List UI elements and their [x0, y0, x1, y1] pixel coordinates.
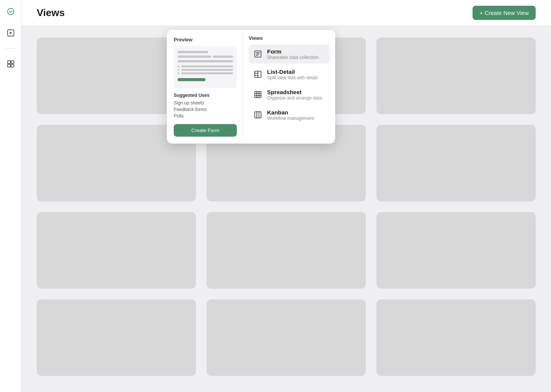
view-item-kanban[interactable]: Kanban Workflow management.: [249, 106, 330, 124]
kanban-view-desc: Workflow management.: [267, 116, 315, 121]
back-icon[interactable]: [4, 26, 18, 40]
form-icon: [253, 49, 263, 59]
mock-submit-btn: [178, 78, 205, 81]
create-new-view-button[interactable]: + Create New View: [473, 6, 536, 20]
svg-rect-2: [7, 61, 10, 64]
spreadsheet-view-desc: Organize and arrange data.: [267, 95, 323, 101]
layout-icon[interactable]: [4, 57, 18, 71]
views-panel-label: Views: [249, 35, 330, 41]
mock-bullet-3: [178, 72, 233, 74]
kanban-icon: [253, 109, 263, 120]
spreadsheet-view-text: Spreadsheet Organize and arrange data.: [267, 89, 323, 101]
view-item-spreadsheet[interactable]: Spreadsheet Organize and arrange data.: [249, 85, 330, 104]
content-area: Preview: [21, 26, 551, 392]
grid-card-12[interactable]: [377, 299, 536, 376]
spreadsheet-view-name: Spreadsheet: [267, 89, 323, 95]
mock-bullet-1: [178, 65, 233, 67]
mock-line-1: [178, 51, 208, 53]
list-detail-view-text: List-Detail Split view lists with detail…: [267, 69, 319, 80]
preview-panel: Preview: [167, 30, 243, 144]
suggested-use-item-2: Feedback forms: [174, 107, 237, 112]
form-view-desc: Shareable data collection.: [267, 55, 320, 60]
grid-card-10[interactable]: [37, 299, 196, 376]
grid-card-9[interactable]: [377, 212, 536, 289]
spreadsheet-icon: [253, 89, 263, 100]
grid-card-8[interactable]: [207, 212, 366, 289]
mock-line-group-1: [178, 56, 233, 58]
grid-card-3[interactable]: [377, 38, 536, 114]
svg-rect-3: [11, 61, 13, 64]
main-area: Views + Create New View Preview: [21, 0, 551, 392]
view-item-list-detail[interactable]: List-Detail Split view lists with detail…: [249, 65, 330, 84]
suggested-use-item-3: Polls: [174, 113, 237, 119]
sidebar: [0, 0, 21, 392]
grid-card-11[interactable]: [207, 299, 366, 376]
svg-rect-5: [11, 64, 13, 67]
view-item-form[interactable]: Form Shareable data collection.: [249, 45, 330, 64]
svg-rect-4: [7, 64, 10, 67]
svg-rect-19: [255, 112, 261, 118]
form-view-text: Form Shareable data collection.: [267, 48, 320, 60]
mock-line-3: [213, 56, 233, 58]
suggested-use-item-1: Sign up sheets: [174, 100, 237, 106]
views-panel: Views Form Shareable data collection.: [243, 30, 335, 144]
create-view-dropdown: Preview: [167, 30, 335, 144]
suggested-uses-list: Sign up sheets Feedback forms Polls: [174, 100, 237, 119]
list-detail-icon: [253, 69, 263, 80]
sidebar-divider: [5, 48, 16, 49]
mock-bullets: [178, 65, 233, 74]
mock-line-2: [178, 56, 211, 58]
grid-card-7[interactable]: [37, 212, 196, 289]
mock-bullet-2: [178, 69, 233, 71]
kanban-view-text: Kanban Workflow management.: [267, 109, 315, 121]
list-detail-view-desc: Split view lists with detail.: [267, 75, 319, 80]
preview-label: Preview: [174, 37, 237, 42]
svg-rect-14: [255, 91, 261, 98]
svg-point-0: [7, 8, 14, 15]
header: Views + Create New View: [21, 0, 551, 26]
grid-card-6[interactable]: [377, 125, 536, 201]
create-form-button[interactable]: Create Form: [174, 124, 237, 137]
page-title: Views: [37, 7, 65, 19]
suggested-uses-label: Suggested Uses: [174, 93, 237, 98]
kanban-view-name: Kanban: [267, 109, 315, 116]
form-mockup: [174, 46, 237, 88]
list-detail-view-name: List-Detail: [267, 69, 319, 75]
form-view-name: Form: [267, 48, 320, 55]
mock-line-4: [178, 60, 233, 62]
logo-icon[interactable]: [4, 5, 18, 18]
